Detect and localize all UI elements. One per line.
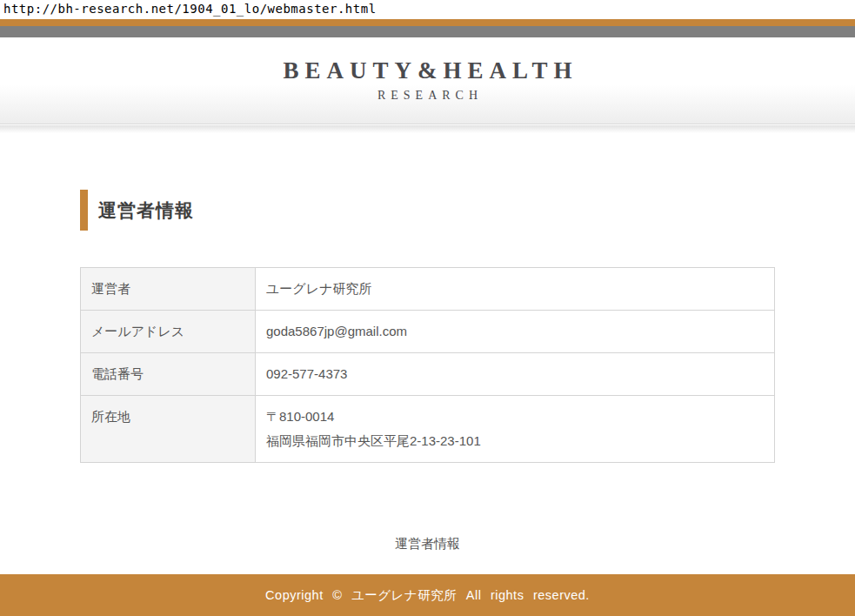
copyright-bar: Copyright © ユーグレナ研究所 All rights reserved… (0, 574, 855, 616)
postal-code: 〒810-0014 (266, 409, 764, 425)
site-logo[interactable]: BEAUTY&HEALTH RESEARCH (277, 58, 578, 103)
logo-text-sub: RESEARCH (277, 89, 578, 103)
row-label: 電話番号 (81, 353, 256, 396)
site-header: BEAUTY&HEALTH RESEARCH (0, 37, 855, 124)
top-accent-stripe (0, 19, 855, 26)
copyright-text: Copyright © ユーグレナ研究所 All rights reserved… (265, 588, 590, 602)
row-label: 運営者 (81, 268, 256, 311)
table-row-email: メールアドレス goda5867jp@gmail.com (81, 311, 775, 353)
row-label: メールアドレス (81, 311, 256, 353)
row-value: 092-577-4373 (256, 353, 775, 396)
address-bar[interactable]: http://bh-research.net/1904_01_lo/webmas… (0, 0, 855, 19)
table-row-operator: 運営者 ユーグレナ研究所 (81, 268, 775, 311)
footer-nav-link[interactable]: 運営者情報 (0, 536, 855, 552)
table-row-phone: 電話番号 092-577-4373 (81, 353, 775, 396)
table-row-address: 所在地 〒810-0014 福岡県福岡市中央区平尾2-13-23-101 (81, 396, 775, 463)
top-gray-bar (0, 26, 855, 37)
logo-text-main: BEAUTY&HEALTH (277, 58, 578, 84)
header-shadow (0, 125, 855, 133)
heading-accent-bar (80, 190, 88, 231)
row-value: 〒810-0014 福岡県福岡市中央区平尾2-13-23-101 (256, 396, 775, 463)
row-value: ユーグレナ研究所 (256, 268, 775, 311)
row-value: goda5867jp@gmail.com (256, 311, 775, 353)
row-label: 所在地 (81, 396, 256, 463)
page-title: 運営者情報 (98, 198, 194, 223)
page-url: http://bh-research.net/1904_01_lo/webmas… (3, 2, 377, 16)
street-address: 福岡県福岡市中央区平尾2-13-23-101 (266, 433, 764, 449)
operator-info-table: 運営者 ユーグレナ研究所 メールアドレス goda5867jp@gmail.co… (80, 267, 775, 463)
page-heading: 運営者情報 (80, 190, 194, 231)
